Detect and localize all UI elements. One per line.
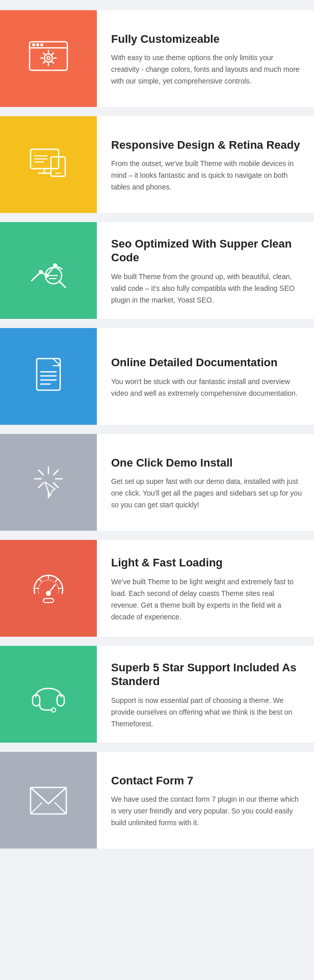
svg-point-50: [46, 591, 50, 595]
features-list: Fully Customizeable With easy to use the…: [0, 0, 314, 868]
svg-point-6: [47, 57, 50, 60]
svg-point-5: [44, 54, 53, 62]
svg-line-27: [59, 281, 65, 287]
support-icon: [25, 671, 71, 717]
feature-title: Light & Fast Loading: [111, 556, 302, 570]
feature-item: Fully Customizeable With easy to use the…: [0, 10, 314, 107]
svg-line-14: [43, 62, 45, 63]
svg-line-12: [52, 62, 54, 63]
feature-desc: With easy to use theme options the only …: [111, 52, 302, 87]
feature-item: One Click Demo Install Get set up super …: [0, 434, 314, 531]
svg-point-2: [33, 44, 35, 46]
feature-content-contact: Contact Form 7 We have used the contact …: [97, 752, 314, 849]
svg-line-48: [56, 579, 58, 581]
feature-item: Contact Form 7 We have used the contact …: [0, 752, 314, 849]
svg-line-57: [55, 803, 66, 814]
documentation-icon: [25, 353, 71, 399]
svg-line-13: [52, 53, 54, 55]
demo-icon: [25, 459, 71, 505]
svg-line-47: [39, 579, 41, 581]
fast-icon: [25, 565, 71, 611]
responsive-icon: [25, 142, 71, 187]
svg-line-41: [54, 470, 58, 475]
feature-icon-box-fast: [0, 540, 97, 637]
svg-line-42: [39, 483, 43, 487]
svg-rect-30: [37, 359, 60, 390]
feature-desc: We built Theme from the ground up, with …: [111, 271, 302, 306]
feature-content-fast: Light & Fast Loading We've built Theme t…: [97, 540, 314, 637]
feature-desc: From the outset, we've built Theme with …: [111, 158, 302, 193]
feature-icon-box-support: [0, 646, 97, 743]
contact-icon: [25, 777, 71, 823]
feature-title: Superb 5 Star Support Included As Stande…: [111, 661, 302, 689]
feature-icon-box-responsive: [0, 116, 97, 213]
feature-item: Superb 5 Star Support Included As Stande…: [0, 646, 314, 743]
feature-title: Online Detailed Documentation: [111, 356, 302, 370]
feature-desc: We've built Theme to be light weight and…: [111, 576, 302, 623]
feature-content-support: Superb 5 Star Support Included As Stande…: [97, 646, 314, 743]
feature-title: Seo Optimized With Supper Clean Code: [111, 237, 302, 265]
seo-icon: [25, 248, 71, 293]
feature-item: Responsive Design & Retina Ready From th…: [0, 116, 314, 213]
feature-item: Light & Fast Loading We've built Theme t…: [0, 540, 314, 637]
feature-content-demo: One Click Demo Install Get set up super …: [97, 434, 314, 531]
svg-rect-51: [43, 598, 54, 603]
feature-desc: You won't be stuck with our fantastic in…: [111, 376, 302, 399]
svg-point-23: [39, 270, 42, 274]
feature-icon-box-documentation: [0, 328, 97, 425]
customizeable-icon: [25, 36, 71, 81]
feature-content-customizeable: Fully Customizeable With easy to use the…: [97, 10, 314, 107]
feature-title: Contact Form 7: [111, 774, 302, 788]
svg-line-39: [39, 470, 43, 475]
svg-point-4: [41, 44, 43, 46]
feature-desc: We have used the contact form 7 plugin i…: [111, 794, 302, 829]
feature-icon-box-contact: [0, 752, 97, 849]
feature-item: Online Detailed Documentation You won't …: [0, 328, 314, 425]
feature-item: Seo Optimized With Supper Clean Code We …: [0, 222, 314, 319]
feature-title: Responsive Design & Retina Ready: [111, 138, 302, 152]
feature-content-documentation: Online Detailed Documentation You won't …: [97, 328, 314, 425]
svg-rect-55: [31, 787, 66, 814]
svg-line-11: [43, 53, 45, 55]
feature-icon-box-seo: [0, 222, 97, 319]
feature-desc: Get set up super fast with our demo data…: [111, 476, 302, 511]
svg-point-3: [37, 44, 39, 46]
feature-content-seo: Seo Optimized With Supper Clean Code We …: [97, 222, 314, 319]
feature-icon-box-customizeable: [0, 10, 97, 107]
svg-line-56: [31, 803, 42, 814]
feature-icon-box-demo: [0, 434, 97, 531]
feature-title: Fully Customizeable: [111, 32, 302, 46]
feature-title: One Click Demo Install: [111, 456, 302, 470]
feature-content-responsive: Responsive Design & Retina Ready From th…: [97, 116, 314, 213]
svg-point-25: [54, 264, 57, 267]
feature-desc: Support is now essential part of choosin…: [111, 695, 302, 730]
svg-marker-43: [45, 482, 55, 496]
svg-line-40: [54, 483, 58, 487]
